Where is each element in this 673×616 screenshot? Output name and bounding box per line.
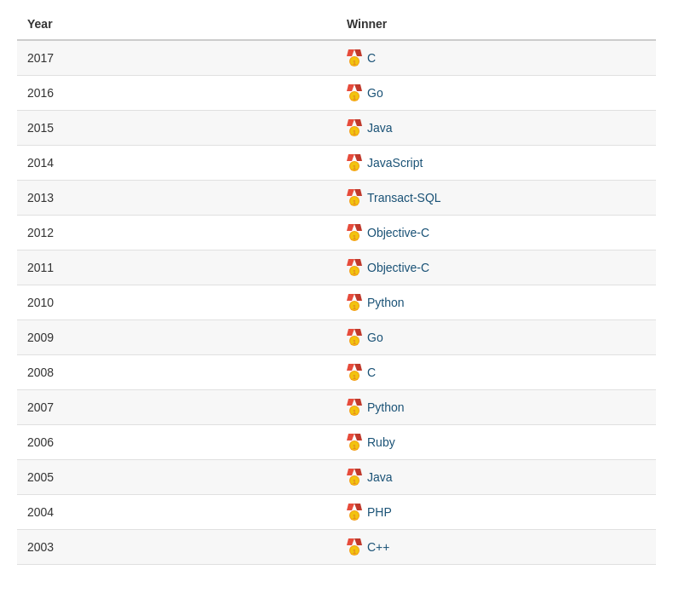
- winner-cell: 1 C: [336, 40, 656, 76]
- table-row: 2005 1 Java: [17, 460, 656, 495]
- medal-icon: 1: [347, 189, 362, 206]
- winner-cell: 1 Python: [336, 285, 656, 320]
- svg-marker-15: [347, 154, 354, 161]
- winner-cell: 1 Transact-SQL: [336, 181, 656, 216]
- svg-marker-6: [354, 84, 362, 91]
- medal-icon: 1: [347, 434, 362, 451]
- table-row: 2013 1 Transact-SQL: [17, 181, 656, 216]
- table-row: 2014 1 JavaScript: [17, 146, 656, 181]
- winner-name: C++: [367, 540, 389, 554]
- medal-icon: 1: [347, 504, 362, 521]
- svg-text:1: 1: [353, 549, 356, 555]
- winner-name: Java: [367, 470, 393, 484]
- year-cell: 2013: [17, 181, 336, 216]
- winner-name: C: [367, 51, 376, 65]
- medal-icon: 1: [347, 294, 362, 311]
- svg-marker-70: [347, 538, 354, 545]
- year-cell: 2017: [17, 40, 336, 76]
- year-cell: 2016: [17, 76, 336, 111]
- svg-marker-10: [347, 119, 354, 126]
- medal-icon: 1: [347, 364, 362, 381]
- svg-text:1: 1: [353, 234, 356, 240]
- svg-marker-50: [347, 399, 354, 406]
- year-cell: 2015: [17, 111, 336, 146]
- svg-marker-25: [347, 224, 354, 231]
- winner-name: PHP: [367, 505, 392, 519]
- medal-icon: 1: [347, 399, 362, 416]
- winners-table: Year Winner 2017 1 C2016 1 Go2015: [17, 9, 656, 565]
- winner-name: Go: [367, 86, 383, 100]
- winner-cell: 1 PHP: [336, 495, 656, 530]
- winner-name: Python: [367, 296, 405, 309]
- svg-text:1: 1: [353, 304, 356, 310]
- year-cell: 2003: [17, 530, 336, 565]
- svg-text:1: 1: [353, 339, 356, 345]
- table-row: 2012 1 Objective-C: [17, 216, 656, 250]
- year-cell: 2008: [17, 355, 336, 390]
- table-row: 2010 1 Python: [17, 285, 656, 320]
- svg-marker-31: [354, 259, 362, 266]
- medal-icon: 1: [347, 224, 362, 241]
- winner-name: Objective-C: [367, 226, 429, 239]
- main-container: Year Winner 2017 1 C2016 1 Go2015: [0, 0, 673, 573]
- svg-text:1: 1: [353, 409, 356, 415]
- winner-name: Ruby: [367, 435, 395, 449]
- svg-marker-65: [347, 504, 354, 510]
- svg-marker-1: [354, 49, 362, 56]
- winner-name: Python: [367, 400, 405, 414]
- svg-text:1: 1: [353, 130, 356, 135]
- svg-text:1: 1: [353, 60, 356, 66]
- svg-marker-55: [347, 434, 354, 440]
- svg-marker-16: [354, 154, 362, 161]
- medal-icon: 1: [347, 154, 362, 171]
- winner-name: Go: [367, 331, 383, 344]
- svg-marker-41: [354, 329, 362, 336]
- svg-text:1: 1: [353, 199, 356, 205]
- year-cell: 2009: [17, 320, 336, 355]
- table-row: 2004 1 PHP: [17, 495, 656, 530]
- svg-text:1: 1: [353, 269, 356, 275]
- winner-cell: 1 Ruby: [336, 425, 656, 460]
- svg-marker-20: [347, 189, 354, 196]
- winner-column-header: Winner: [336, 9, 656, 40]
- table-row: 2007 1 Python: [17, 390, 656, 425]
- svg-text:1: 1: [353, 374, 356, 380]
- medal-icon: 1: [347, 49, 362, 66]
- svg-marker-61: [354, 469, 362, 475]
- table-row: 2017 1 C: [17, 40, 656, 76]
- year-cell: 2007: [17, 390, 336, 425]
- year-cell: 2012: [17, 216, 336, 250]
- svg-marker-60: [347, 469, 354, 475]
- year-cell: 2004: [17, 495, 336, 530]
- year-cell: 2011: [17, 250, 336, 285]
- winner-cell: 1 Objective-C: [336, 216, 656, 250]
- table-row: 2009 1 Go: [17, 320, 656, 355]
- medal-icon: 1: [347, 329, 362, 346]
- svg-marker-21: [354, 189, 362, 196]
- winner-cell: 1 Go: [336, 320, 656, 355]
- winner-cell: 1 C: [336, 355, 656, 390]
- svg-text:1: 1: [353, 164, 356, 170]
- table-header-row: Year Winner: [17, 9, 656, 40]
- table-row: 2003 1 C++: [17, 530, 656, 565]
- winner-name: Transact-SQL: [367, 191, 441, 204]
- winner-cell: 1 C++: [336, 530, 656, 565]
- winner-name: Objective-C: [367, 261, 429, 274]
- year-cell: 2010: [17, 285, 336, 320]
- table-row: 2006 1 Ruby: [17, 425, 656, 460]
- medal-icon: 1: [347, 469, 362, 486]
- svg-marker-26: [354, 224, 362, 231]
- svg-marker-40: [347, 329, 354, 336]
- svg-text:1: 1: [353, 479, 356, 485]
- svg-marker-46: [354, 364, 362, 371]
- table-row: 2015 1 Java: [17, 111, 656, 146]
- svg-marker-56: [354, 434, 362, 440]
- year-cell: 2014: [17, 146, 336, 181]
- svg-marker-51: [354, 399, 362, 406]
- svg-marker-11: [354, 119, 362, 126]
- svg-marker-5: [347, 84, 354, 91]
- winner-cell: 1 Python: [336, 390, 656, 425]
- winner-cell: 1 Java: [336, 460, 656, 495]
- svg-marker-71: [354, 538, 362, 545]
- winner-cell: 1 Objective-C: [336, 250, 656, 285]
